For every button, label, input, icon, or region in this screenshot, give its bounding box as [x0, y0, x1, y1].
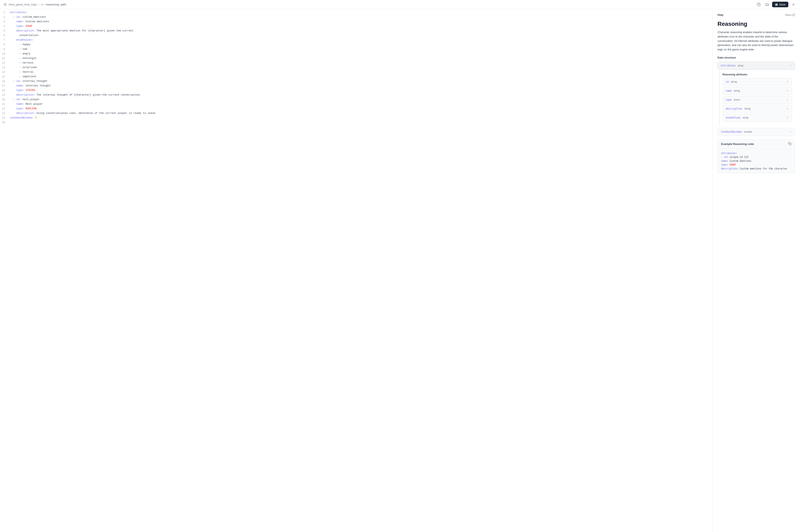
- example-code: attributes: - id: unique-id-123 name: Cu…: [718, 149, 795, 173]
- main-layout: 1attributes:2 - id: custom_emotions3 nam…: [0, 9, 800, 532]
- line-number: 9: [0, 48, 8, 51]
- attributes-row[interactable]: attributes array: [718, 62, 795, 70]
- attr-type-enumValues: array: [743, 116, 748, 119]
- attr-fields: idstringnamestringtypeenumdescriptionstr…: [723, 78, 792, 121]
- example-line: - id: unique-id-123: [721, 155, 792, 159]
- data-structure-title: Data structure: [718, 56, 795, 59]
- breadcrumb-file[interactable]: reasoning.yaml: [45, 3, 67, 6]
- line-number: 6: [0, 34, 8, 37]
- line-number: 5: [0, 30, 8, 33]
- line-number: 24: [0, 116, 8, 119]
- line-number: 19: [0, 94, 8, 97]
- topbar: ℹ trivia_game_host_copy / <> reasoning.y…: [0, 0, 800, 9]
- code-line: 16 - id: internal_thought: [0, 79, 712, 84]
- lookback-chevron-icon: [789, 130, 792, 134]
- svg-rect-2: [766, 3, 769, 6]
- code-line: 24lookbackWindow: 3: [0, 116, 712, 121]
- chevron-enumValues-icon: [786, 116, 789, 119]
- code-line: 7 enumValues:: [0, 38, 712, 43]
- code-editor[interactable]: 1attributes:2 - id: custom_emotions3 nam…: [0, 9, 712, 532]
- attr-key-id: id: [726, 80, 728, 83]
- attr-type-description: string: [744, 107, 750, 110]
- save-button[interactable]: Save: [772, 2, 788, 7]
- code-lines: 1attributes:2 - id: custom_emotions3 nam…: [0, 9, 712, 127]
- attributes-type: array: [738, 64, 743, 67]
- line-content: conversation.: [8, 34, 712, 37]
- example-header: Example Reasoning code: [718, 139, 795, 149]
- attr-row[interactable]: namestring: [723, 87, 792, 95]
- attr-key-enumValues: enumValues: [726, 116, 741, 119]
- code-line: 18 type: STRING: [0, 89, 712, 93]
- attr-row[interactable]: descriptionstring: [723, 105, 792, 113]
- copy-icon[interactable]: [788, 142, 792, 146]
- code-line: 13 - surprised: [0, 66, 712, 70]
- lookback-key: lookbackWindow: [721, 130, 742, 133]
- attr-key-type: type: [726, 98, 732, 101]
- breadcrumb: ℹ trivia_game_host_copy / <> reasoning.y…: [3, 3, 67, 6]
- code-line: 3 name: Custom emotions: [0, 20, 712, 24]
- line-number: 23: [0, 112, 8, 115]
- file-type-icon: <>: [41, 3, 43, 6]
- help-panel: Help Docs Reasoning Character reasoning …: [712, 9, 800, 532]
- example-line: type: ENUM: [721, 163, 792, 167]
- line-content: lookbackWindow: 3: [8, 116, 712, 119]
- example-line: name: Custom Emotions: [721, 159, 792, 163]
- attr-key-description: description: [726, 107, 742, 110]
- code-line: 9 - sad: [0, 48, 712, 52]
- code-line: 22 type: BOOLEAN: [0, 107, 712, 112]
- chevron-id-icon: [786, 80, 789, 84]
- line-content: - angry: [8, 52, 712, 55]
- attr-row[interactable]: idstring: [723, 78, 792, 86]
- attr-row[interactable]: enumValuesarray: [723, 114, 792, 121]
- attributes-key: attributes: [721, 64, 736, 67]
- code-line: 5 description: The most appropriate emot…: [0, 29, 712, 34]
- attr-type-id: string: [731, 80, 737, 83]
- line-number: 15: [0, 75, 8, 78]
- line-content: type: STRING: [8, 89, 712, 92]
- docs-link[interactable]: Docs: [785, 13, 795, 16]
- chevron-name-icon: [786, 89, 789, 93]
- help-header: Help Docs: [718, 13, 795, 16]
- nested-attributes: Reasoning attributes idstringnamestringt…: [719, 71, 795, 126]
- line-content: description: The most appropriate emotio…: [8, 30, 712, 32]
- code-line: 8 - happy: [0, 43, 712, 48]
- code-line: 4 type: ENUM: [0, 24, 712, 29]
- info-icon[interactable]: ℹ: [3, 3, 7, 6]
- help-title: Help: [718, 13, 723, 16]
- close-button[interactable]: [790, 1, 797, 8]
- line-number: 25: [0, 121, 8, 124]
- line-content: - nostalgic: [8, 57, 712, 60]
- code-line: 21 name: Next player: [0, 102, 712, 107]
- code-line: 10 - angry: [0, 52, 712, 57]
- line-content: - nervous: [8, 61, 712, 64]
- line-number: 18: [0, 89, 8, 92]
- line-number: 22: [0, 107, 8, 110]
- code-line: 19 description: The internal thought of …: [0, 93, 712, 98]
- line-number: 7: [0, 39, 8, 42]
- line-content: - sad: [8, 48, 712, 51]
- line-number: 16: [0, 80, 8, 83]
- line-number: 3: [0, 20, 8, 23]
- code-line: 12 - nervous: [0, 61, 712, 66]
- keyboard-icon-button[interactable]: [764, 1, 770, 8]
- breadcrumb-project[interactable]: trivia_game_host_copy: [9, 3, 37, 6]
- line-content: name: Internal thought: [8, 84, 712, 87]
- example-section: Example Reasoning code attributes: - id:…: [718, 139, 795, 173]
- code-line: 1attributes:: [0, 11, 712, 15]
- chevron-description-icon: [786, 107, 789, 111]
- code-line: 11 - nostalgic: [0, 57, 712, 61]
- topbar-actions: Save: [756, 1, 797, 8]
- lookback-window-row[interactable]: lookbackWindow number: [718, 128, 795, 136]
- line-number: 13: [0, 66, 8, 69]
- code-line: 17 name: Internal thought: [0, 84, 712, 89]
- line-number: 4: [0, 25, 8, 28]
- line-number: 1: [0, 11, 8, 14]
- line-number: 8: [0, 43, 8, 46]
- line-content: - id: next_player: [8, 98, 712, 101]
- attr-key-name: name: [726, 89, 732, 92]
- help-icon-button[interactable]: [756, 1, 762, 8]
- attr-row[interactable]: typeenum: [723, 96, 792, 104]
- code-line: 20 - id: next_player: [0, 98, 712, 102]
- code-line: 6 conversation.: [0, 34, 712, 38]
- code-line: 15 - impatient: [0, 75, 712, 79]
